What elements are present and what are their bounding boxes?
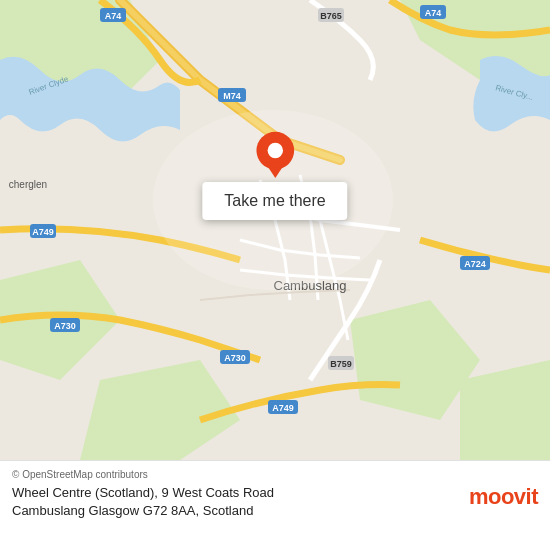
moovit-logo-text: moovit (469, 484, 538, 510)
svg-text:M74: M74 (223, 91, 241, 101)
map-svg: River Clyde River Cly... M74 A74 A74 B76… (0, 0, 550, 460)
svg-point-33 (267, 143, 282, 158)
take-me-there-wrapper: Take me there (202, 130, 347, 220)
svg-marker-34 (265, 163, 286, 178)
svg-text:A74: A74 (105, 11, 122, 21)
svg-text:cherglen: cherglen (9, 179, 47, 190)
svg-text:A749: A749 (272, 403, 294, 413)
moovit-logo: moovit (469, 484, 538, 510)
address-line1: Wheel Centre (Scotland), 9 West Coats Ro… (12, 485, 274, 500)
svg-text:A749: A749 (32, 227, 54, 237)
svg-text:A730: A730 (54, 321, 76, 331)
take-me-there-button[interactable]: Take me there (202, 182, 347, 220)
osm-credit-text: © OpenStreetMap contributors (12, 469, 148, 480)
footer: © OpenStreetMap contributors Wheel Centr… (0, 460, 550, 526)
address-text: Wheel Centre (Scotland), 9 West Coats Ro… (12, 484, 459, 520)
map-container: River Clyde River Cly... M74 A74 A74 B76… (0, 0, 550, 460)
osm-credit: © OpenStreetMap contributors (12, 469, 538, 480)
svg-text:A74: A74 (425, 8, 442, 18)
address-line2: Cambuslang Glasgow G72 8AA, Scotland (12, 503, 253, 518)
svg-text:A730: A730 (224, 353, 246, 363)
svg-text:B759: B759 (330, 359, 352, 369)
address-row: Wheel Centre (Scotland), 9 West Coats Ro… (12, 484, 538, 520)
svg-text:A724: A724 (464, 259, 486, 269)
svg-text:B765: B765 (320, 11, 342, 21)
location-pin-icon (251, 130, 299, 178)
